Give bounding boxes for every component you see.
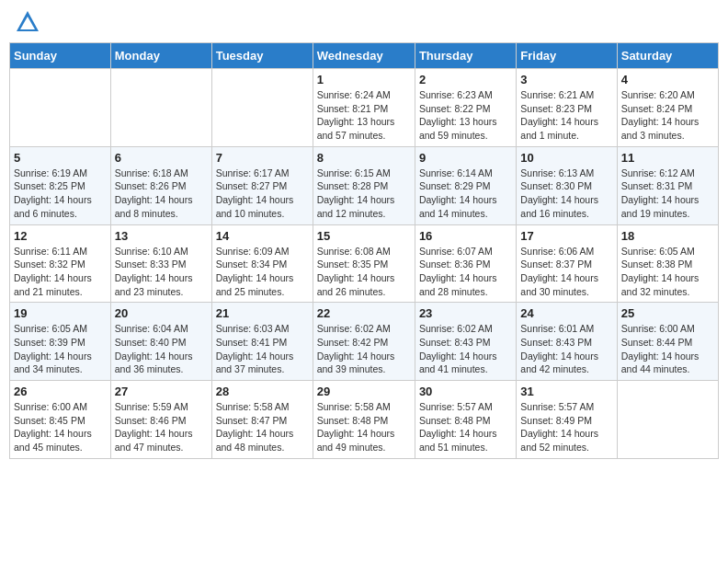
day-number: 9: [419, 151, 512, 165]
calendar-cell: 23Sunrise: 6:02 AMSunset: 8:43 PMDayligh…: [415, 303, 516, 381]
day-number: 10: [520, 151, 612, 165]
weekday-header-friday: Friday: [517, 43, 617, 69]
day-number: 1: [317, 73, 411, 86]
calendar-cell: 19Sunrise: 6:05 AMSunset: 8:39 PMDayligh…: [10, 303, 111, 381]
weekday-header-saturday: Saturday: [617, 43, 718, 69]
day-number: 14: [216, 229, 309, 243]
weekday-header-monday: Monday: [110, 43, 211, 69]
calendar-cell: 9Sunrise: 6:14 AMSunset: 8:29 PMDaylight…: [415, 146, 516, 224]
day-info: Sunrise: 6:00 AMSunset: 8:45 PMDaylight:…: [14, 400, 107, 454]
day-number: 20: [115, 306, 208, 320]
day-info: Sunrise: 6:18 AMSunset: 8:26 PMDaylight:…: [115, 167, 208, 221]
day-number: 5: [14, 151, 107, 165]
calendar-week-4: 19Sunrise: 6:05 AMSunset: 8:39 PMDayligh…: [10, 303, 719, 381]
day-info: Sunrise: 6:06 AMSunset: 8:37 PMDaylight:…: [520, 245, 612, 299]
weekday-header-wednesday: Wednesday: [313, 43, 415, 69]
day-number: 21: [216, 306, 309, 320]
day-number: 24: [520, 306, 612, 320]
day-info: Sunrise: 6:21 AMSunset: 8:23 PMDaylight:…: [520, 88, 612, 143]
calendar-cell: 11Sunrise: 6:12 AMSunset: 8:31 PMDayligh…: [617, 146, 718, 224]
day-info: Sunrise: 6:12 AMSunset: 8:31 PMDaylight:…: [621, 167, 714, 221]
day-number: 17: [520, 229, 612, 243]
day-info: Sunrise: 6:03 AMSunset: 8:41 PMDaylight:…: [216, 322, 309, 376]
day-info: Sunrise: 5:57 AMSunset: 8:48 PMDaylight:…: [419, 400, 512, 454]
weekday-header-sunday: Sunday: [10, 43, 111, 69]
day-info: Sunrise: 6:15 AMSunset: 8:28 PMDaylight:…: [317, 167, 411, 221]
calendar-cell: 26Sunrise: 6:00 AMSunset: 8:45 PMDayligh…: [10, 381, 111, 459]
day-number: 27: [115, 385, 208, 398]
page-header: [9, 9, 719, 35]
calendar-cell: 29Sunrise: 5:58 AMSunset: 8:48 PMDayligh…: [313, 381, 415, 459]
calendar-week-5: 26Sunrise: 6:00 AMSunset: 8:45 PMDayligh…: [10, 381, 719, 459]
day-number: 11: [621, 151, 714, 165]
day-info: Sunrise: 6:20 AMSunset: 8:24 PMDaylight:…: [621, 88, 714, 143]
day-info: Sunrise: 6:17 AMSunset: 8:27 PMDaylight:…: [216, 167, 309, 221]
day-info: Sunrise: 6:05 AMSunset: 8:38 PMDaylight:…: [621, 245, 714, 299]
calendar-cell: 25Sunrise: 6:00 AMSunset: 8:44 PMDayligh…: [617, 303, 718, 381]
calendar-week-1: 1Sunrise: 6:24 AMSunset: 8:21 PMDaylight…: [10, 69, 719, 147]
day-info: Sunrise: 6:08 AMSunset: 8:35 PMDaylight:…: [317, 245, 411, 299]
calendar-cell: 31Sunrise: 5:57 AMSunset: 8:49 PMDayligh…: [517, 381, 617, 459]
day-number: 7: [216, 151, 309, 165]
day-info: Sunrise: 6:09 AMSunset: 8:34 PMDaylight:…: [216, 245, 309, 299]
day-number: 31: [520, 385, 612, 398]
calendar-cell: 8Sunrise: 6:15 AMSunset: 8:28 PMDaylight…: [313, 146, 415, 224]
day-number: 30: [419, 385, 512, 398]
weekday-header-thursday: Thursday: [415, 43, 516, 69]
day-info: Sunrise: 6:14 AMSunset: 8:29 PMDaylight:…: [419, 167, 512, 221]
day-info: Sunrise: 6:07 AMSunset: 8:36 PMDaylight:…: [419, 245, 512, 299]
calendar-cell: 7Sunrise: 6:17 AMSunset: 8:27 PMDaylight…: [211, 146, 313, 224]
day-number: 8: [317, 151, 411, 165]
calendar-cell: 4Sunrise: 6:20 AMSunset: 8:24 PMDaylight…: [617, 69, 718, 147]
calendar-cell: 15Sunrise: 6:08 AMSunset: 8:35 PMDayligh…: [313, 224, 415, 303]
day-number: 3: [520, 73, 612, 86]
calendar-cell: [211, 69, 313, 147]
calendar-cell: 14Sunrise: 6:09 AMSunset: 8:34 PMDayligh…: [211, 224, 313, 303]
day-number: 25: [621, 306, 714, 320]
calendar-cell: 6Sunrise: 6:18 AMSunset: 8:26 PMDaylight…: [110, 146, 211, 224]
logo-icon: [15, 9, 40, 35]
calendar-cell: 16Sunrise: 6:07 AMSunset: 8:36 PMDayligh…: [415, 224, 516, 303]
day-number: 29: [317, 385, 411, 398]
calendar-cell: [10, 69, 111, 147]
day-info: Sunrise: 6:19 AMSunset: 8:25 PMDaylight:…: [14, 167, 107, 221]
calendar-cell: 22Sunrise: 6:02 AMSunset: 8:42 PMDayligh…: [313, 303, 415, 381]
day-number: 19: [14, 306, 107, 320]
day-number: 22: [317, 306, 411, 320]
calendar-cell: 27Sunrise: 5:59 AMSunset: 8:46 PMDayligh…: [110, 381, 211, 459]
day-info: Sunrise: 6:11 AMSunset: 8:32 PMDaylight:…: [14, 245, 107, 299]
day-info: Sunrise: 6:13 AMSunset: 8:30 PMDaylight:…: [520, 167, 612, 221]
day-number: 23: [419, 306, 512, 320]
day-info: Sunrise: 5:58 AMSunset: 8:47 PMDaylight:…: [216, 400, 309, 454]
day-info: Sunrise: 6:05 AMSunset: 8:39 PMDaylight:…: [14, 322, 107, 376]
calendar-cell: 10Sunrise: 6:13 AMSunset: 8:30 PMDayligh…: [517, 146, 617, 224]
day-number: 4: [621, 73, 714, 86]
day-number: 15: [317, 229, 411, 243]
calendar-cell: 18Sunrise: 6:05 AMSunset: 8:38 PMDayligh…: [617, 224, 718, 303]
day-info: Sunrise: 6:23 AMSunset: 8:22 PMDaylight:…: [419, 88, 512, 143]
calendar-table: SundayMondayTuesdayWednesdayThursdayFrid…: [9, 42, 719, 459]
day-number: 13: [115, 229, 208, 243]
day-info: Sunrise: 6:01 AMSunset: 8:43 PMDaylight:…: [520, 322, 612, 376]
calendar-week-2: 5Sunrise: 6:19 AMSunset: 8:25 PMDaylight…: [10, 146, 719, 224]
day-info: Sunrise: 5:58 AMSunset: 8:48 PMDaylight:…: [317, 400, 411, 454]
day-info: Sunrise: 6:00 AMSunset: 8:44 PMDaylight:…: [621, 322, 714, 376]
day-info: Sunrise: 6:02 AMSunset: 8:43 PMDaylight:…: [419, 322, 512, 376]
day-info: Sunrise: 6:10 AMSunset: 8:33 PMDaylight:…: [115, 245, 208, 299]
day-info: Sunrise: 5:59 AMSunset: 8:46 PMDaylight:…: [115, 400, 208, 454]
day-number: 12: [14, 229, 107, 243]
day-info: Sunrise: 6:04 AMSunset: 8:40 PMDaylight:…: [115, 322, 208, 376]
weekday-header-tuesday: Tuesday: [211, 43, 313, 69]
day-number: 28: [216, 385, 309, 398]
calendar-cell: 20Sunrise: 6:04 AMSunset: 8:40 PMDayligh…: [110, 303, 211, 381]
day-info: Sunrise: 6:24 AMSunset: 8:21 PMDaylight:…: [317, 88, 411, 143]
calendar-cell: 28Sunrise: 5:58 AMSunset: 8:47 PMDayligh…: [211, 381, 313, 459]
logo: [13, 9, 40, 35]
calendar-cell: 30Sunrise: 5:57 AMSunset: 8:48 PMDayligh…: [415, 381, 516, 459]
day-info: Sunrise: 6:02 AMSunset: 8:42 PMDaylight:…: [317, 322, 411, 376]
day-info: Sunrise: 5:57 AMSunset: 8:49 PMDaylight:…: [520, 400, 612, 454]
calendar-cell: 21Sunrise: 6:03 AMSunset: 8:41 PMDayligh…: [211, 303, 313, 381]
calendar-cell: 24Sunrise: 6:01 AMSunset: 8:43 PMDayligh…: [517, 303, 617, 381]
calendar-cell: 17Sunrise: 6:06 AMSunset: 8:37 PMDayligh…: [517, 224, 617, 303]
calendar-cell: [110, 69, 211, 147]
